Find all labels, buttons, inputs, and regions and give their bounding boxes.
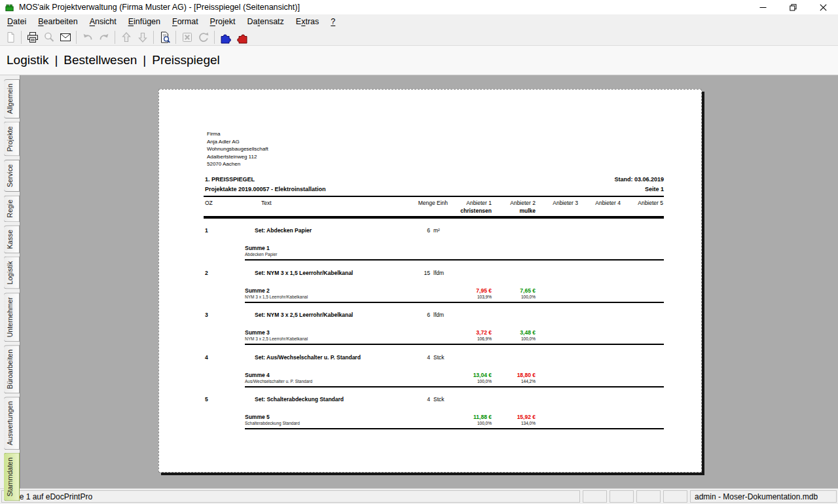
plugin-red-button[interactable]: [234, 29, 250, 45]
row-divider: [245, 386, 664, 387]
status-cell: [663, 490, 687, 503]
col-header-oz: OZ: [205, 200, 213, 206]
sidebar-tab-stammdaten[interactable]: Stammdaten: [4, 453, 20, 501]
bidder-name-2: mulke: [470, 207, 536, 214]
sidebar-tab-allgemein[interactable]: Allgemein: [4, 79, 20, 118]
printer-icon: [26, 31, 39, 44]
address-line: Anja Adler AG: [207, 138, 268, 146]
status-page-info: Seite 1 auf eDocPrintPro: [1, 490, 580, 503]
menu-extras[interactable]: Extras: [290, 16, 325, 27]
redo-arrow-icon: [98, 31, 111, 44]
address-line: Firma: [207, 130, 268, 138]
breadcrumb-separator: |: [48, 53, 64, 67]
row-einheit: lfdm: [433, 270, 444, 276]
undo-arrow-icon: [81, 31, 94, 44]
plugin-blue-button[interactable]: [217, 29, 234, 45]
email-button[interactable]: [57, 29, 73, 45]
address-line: Adalbertsteinweg 112: [207, 153, 268, 161]
row-divider: [245, 259, 664, 261]
window-controls: [748, 0, 838, 14]
row-summe-label: Summe 3: [245, 329, 270, 336]
sidebar-tab-kasse[interactable]: Kasse: [4, 225, 20, 253]
sidebar-tab-logistik[interactable]: Logistik: [4, 257, 20, 289]
menu-datei[interactable]: Datei: [1, 16, 32, 27]
sidebar-tab-projekte[interactable]: Projekte: [4, 122, 20, 156]
prev-record-button: [118, 29, 134, 45]
sidebar-tab-bueroarbeiten[interactable]: Büroarbeiten: [4, 345, 20, 393]
row-anbieter2-percent: 144,2%: [470, 379, 536, 384]
row-einheit: lfdm: [433, 312, 444, 318]
menu-bearbeiten[interactable]: Bearbeiten: [32, 16, 83, 27]
address-block: FirmaAnja Adler AGWohnungsbaugesellschaf…: [207, 130, 268, 168]
menubar: DateiBearbeitenAnsichtEinfügenFormatProj…: [0, 14, 838, 29]
doc-stand-date: Stand: 03.06.2019: [533, 176, 664, 183]
row-oz: 1: [205, 227, 208, 234]
document-page: FirmaAnja Adler AGWohnungsbaugesellschaf…: [158, 89, 702, 473]
mosaik-app-icon: [5, 2, 15, 12]
row-summe-desc: Aus/Wechselschalter u. P. Standard: [245, 379, 312, 384]
row-summe-label: Summe 1: [245, 245, 270, 251]
puzzle-blue-icon: [219, 31, 232, 44]
x-table-icon: [181, 31, 194, 44]
sidebar-tab-auswertungen[interactable]: Auswertungen: [4, 397, 20, 450]
row-set-title: Set: Schalterabdeckung Standard: [255, 396, 344, 403]
sidebar-tab-regie[interactable]: Regie: [4, 195, 20, 222]
row-divider: [245, 344, 664, 345]
doc-title: 1. PREISSPIEGEL: [205, 176, 255, 183]
sidebar-tab-unternehmer[interactable]: Unternehmer: [4, 293, 20, 342]
close-button[interactable]: [808, 0, 838, 14]
row-oz: 2: [205, 270, 208, 276]
row-anbieter2-percent: 100,0%: [470, 295, 536, 299]
row-einheit: m²: [433, 227, 440, 234]
doc-page-number: Seite 1: [533, 186, 664, 192]
minimize-button[interactable]: [748, 0, 778, 14]
new-page-icon: [4, 31, 17, 44]
restore-button[interactable]: [778, 0, 808, 14]
row-divider: [245, 302, 664, 303]
row-menge: 15: [378, 270, 430, 276]
menu-einfuegen[interactable]: Einfügen: [122, 16, 166, 27]
col-header-text: Text: [261, 200, 272, 206]
doc-row-3: 3Set: NYM 3 x 2,5 Leerrohr/Kabelkanal6lf…: [159, 312, 701, 353]
row-summe-desc: NYM 3 x 2,5 Leerrohr/Kabelkanal: [245, 336, 308, 341]
menu-format[interactable]: Format: [166, 16, 204, 27]
status-cell: [583, 490, 607, 503]
toolbar-separator: [214, 31, 215, 44]
row-summe-label: Summe 2: [245, 287, 270, 294]
sidebar-tabs: AllgemeinProjekteServiceRegieKasseLogist…: [0, 75, 20, 488]
menu-datensatz[interactable]: Datensatz: [242, 16, 290, 27]
row-menge: 4: [378, 354, 430, 361]
row-summe-desc: Schalterabdeckung Standard: [245, 421, 300, 425]
print-button[interactable]: [24, 29, 41, 45]
row-anbieter2-percent: 134,0%: [470, 421, 536, 425]
sidebar-tab-service[interactable]: Service: [4, 160, 20, 192]
row-set-title: Set: NYM 3 x 2,5 Leerrohr/Kabelkanal: [255, 312, 353, 318]
puzzle-red-icon: [236, 31, 249, 44]
breadcrumb: Logistik|Bestellwesen|Preisspiegel: [0, 46, 838, 75]
doc-row-2: 2Set: NYM 3 x 1,5 Leerrohr/Kabelkanal15l…: [159, 270, 701, 312]
envelope-icon: [59, 31, 72, 44]
row-anbieter2-price: 15,92 €: [470, 414, 536, 420]
preview-workspace: FirmaAnja Adler AGWohnungsbaugesellschaf…: [20, 75, 838, 488]
row-menge: 6: [378, 227, 430, 234]
toolbar-separator: [21, 31, 22, 44]
row-summe-label: Summe 5: [245, 414, 270, 420]
col-header-anbieter-5: Anbieter 5: [598, 200, 663, 206]
toolbar: [0, 29, 838, 46]
refresh-icon: [197, 31, 210, 44]
arrow-up-icon: [120, 31, 133, 44]
menu-projekt[interactable]: Projekt: [204, 16, 242, 27]
row-summe-desc: Abdecken Papier: [245, 252, 278, 257]
doc-divider-thick: [204, 216, 664, 219]
magnifier-icon: [43, 31, 56, 44]
refresh-button: [195, 29, 211, 45]
next-record-button: [134, 29, 151, 45]
menu-ansicht[interactable]: Ansicht: [84, 16, 122, 27]
breadcrumb-item-logistik: Logistik: [7, 53, 48, 67]
page-preview-button[interactable]: [156, 29, 173, 45]
statusbar: Seite 1 auf eDocPrintPro admin - Moser-D…: [0, 488, 838, 504]
status-database-info: admin - Moser-Dokumentation.mdb: [690, 490, 837, 503]
arrow-down-icon: [136, 31, 149, 44]
doc-row-4: 4Set: Aus/Wechselschalter u. P. Standard…: [159, 354, 701, 396]
menu-hilfe[interactable]: ?: [325, 16, 341, 27]
